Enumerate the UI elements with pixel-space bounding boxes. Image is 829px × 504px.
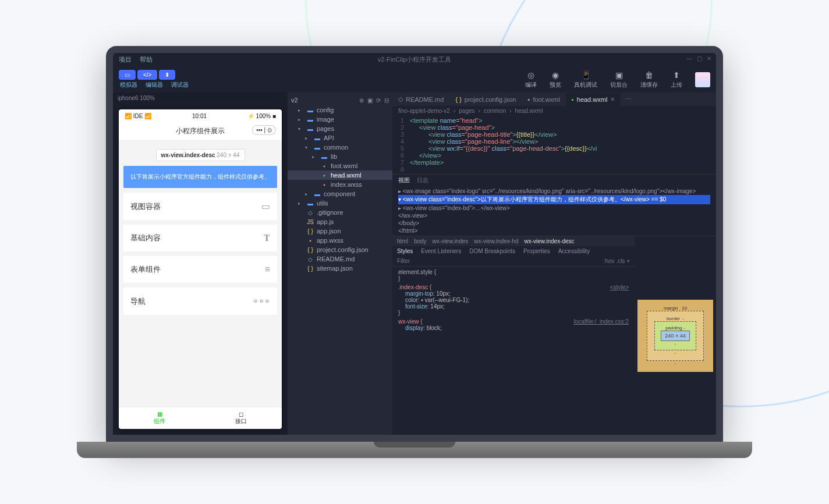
styles-rules[interactable]: element.style { } <style>.index-desc { m… [392, 267, 635, 333]
ide-window: 项目 帮助 v2-FinClip小程序开发工具 — ▢ ✕ ▭ </> ⬍ [113, 53, 716, 435]
container-icon: ▭ [261, 201, 270, 212]
devtools-subtabs: Styles Event Listeners DOM Breakpoints P… [392, 246, 635, 256]
dom-tab-log[interactable]: 日志 [417, 176, 428, 184]
user-avatar[interactable] [695, 72, 710, 87]
menu-help[interactable]: 帮助 [140, 55, 153, 64]
phone-status-left: 📶 IDE 📶 [125, 113, 151, 119]
laptop-frame: 项目 帮助 v2-FinClip小程序开发工具 — ▢ ✕ ▭ </> ⬍ [106, 46, 723, 458]
tree-file[interactable]: ▪foot.wxml [288, 161, 392, 171]
toolbar-background[interactable]: ▣切后台 [610, 70, 628, 89]
mode-debugger[interactable]: ⬍ [159, 70, 175, 80]
highlighted-element[interactable]: 以下将展示小程序官方组件能力，组件样式仅供参考。 [123, 166, 277, 188]
phone-page-title: 小程序组件展示 [176, 127, 225, 135]
toolbar-remote-debug[interactable]: 📱真机调试 [574, 70, 597, 89]
close-icon[interactable]: ✕ [610, 96, 615, 102]
tree-file[interactable]: ▪app.wxss [288, 236, 392, 245]
phone-status-time: 10:01 [192, 113, 207, 119]
filter-toggles[interactable]: :hov .cls + [604, 258, 630, 264]
mode-debugger-label: 调试器 [171, 81, 189, 89]
tab-foot[interactable]: ▪ foot.wxml [522, 93, 565, 106]
tab-project-config[interactable]: { } project.config.json [449, 93, 522, 106]
tree-file[interactable]: ◇.gitignore [288, 208, 392, 217]
phone-tab-component[interactable]: ▦组件 [119, 407, 200, 429]
form-icon: ≡ [265, 264, 270, 275]
file-explorer: v2 ⊕ ▣ ⟳ ⊟ ▸▬config ▸▬image ▾▬pages ▸▬AP… [288, 93, 392, 435]
window-minimize[interactable]: — [686, 55, 692, 62]
list-item[interactable]: 导航∘∘∘ [123, 288, 277, 315]
new-file-icon[interactable]: ⊕ [359, 97, 364, 104]
phone-status-right: ⚡ 100% ■ [247, 113, 276, 119]
toolbar-preview[interactable]: ◉预览 [550, 70, 561, 89]
subtab-styles[interactable]: Styles [397, 248, 413, 254]
subtab-dom-breakpoints[interactable]: DOM Breakpoints [469, 248, 515, 254]
simulator-device-info: iphone6 100% [113, 93, 288, 104]
code-editor[interactable]: 1<template name="head"> 2<view class="pa… [392, 116, 716, 174]
tree-file[interactable]: ▪head.wxml [288, 171, 392, 180]
nav-icon: ∘∘∘ [253, 296, 270, 307]
dom-tab-view[interactable]: 视图 [398, 176, 410, 184]
tabs-overflow[interactable]: ⋯ [621, 93, 636, 105]
editor-area: ◇ README.md { } project.config.json ▪ fo… [392, 93, 716, 435]
inspect-tooltip: wx-view.index-desc 240 × 44 [156, 149, 245, 161]
mode-editor[interactable]: </> [137, 70, 157, 80]
tree-folder[interactable]: ▸▬API [288, 133, 392, 143]
phone-capsule[interactable]: ••• | ⊙ [252, 125, 276, 135]
tree-file[interactable]: JSapp.js [288, 217, 392, 226]
dom-tree[interactable]: ▸ <wx-image class="index-logo" src="../r… [392, 186, 716, 236]
list-item[interactable]: 基础内容𝐓 [123, 225, 277, 251]
mode-simulator-label: 模拟器 [120, 81, 137, 89]
tree-folder[interactable]: ▸▬utils [288, 198, 392, 208]
tree-folder[interactable]: ▾▬pages [288, 124, 392, 133]
dom-inspector: 视图 日志 ▸ <wx-image class="index-logo" src… [392, 174, 716, 236]
tree-file[interactable]: { }sitemap.json [288, 264, 392, 273]
window-close[interactable]: ✕ [707, 55, 711, 62]
toolbar-upload[interactable]: ⬆上传 [671, 70, 682, 89]
text-icon: 𝐓 [264, 233, 270, 243]
tree-folder[interactable]: ▾▬common [288, 143, 392, 152]
list-item[interactable]: 表单组件≡ [123, 256, 277, 283]
tree-file[interactable]: { }project.config.json [288, 245, 392, 254]
window-title: v2-FinClip小程序开发工具 [378, 55, 452, 64]
mode-editor-label: 编辑器 [146, 81, 163, 89]
tree-file[interactable]: ▪index.wxss [288, 180, 392, 189]
toolbar: ▭ </> ⬍ 模拟器 编辑器 调试器 ◎编译 ◉预览 📱真机调试 ▣切后台 [113, 66, 716, 93]
devtools-panel: htmlbodywx-view.indexwx-view.index-hdwx-… [392, 236, 716, 435]
tab-head[interactable]: ▪ head.wxml✕ [566, 93, 621, 106]
tree-folder[interactable]: ▸▬lib [288, 152, 392, 161]
menubar: 项目 帮助 v2-FinClip小程序开发工具 — ▢ ✕ [113, 53, 716, 66]
refresh-icon[interactable]: ⟳ [376, 97, 381, 104]
phone-tab-api[interactable]: ◻接口 [200, 407, 282, 429]
tree-folder[interactable]: ▸▬config [288, 105, 392, 115]
mode-simulator[interactable]: ▭ [119, 70, 136, 80]
tree-file[interactable]: ◇README.md [288, 254, 392, 264]
menu-project[interactable]: 项目 [119, 55, 132, 64]
simulator-panel: iphone6 100% 📶 IDE 📶 10:01 ⚡ 100% ■ 小程序组… [113, 93, 288, 435]
new-folder-icon[interactable]: ▣ [367, 97, 373, 104]
subtab-accessibility[interactable]: Accessibility [558, 248, 590, 254]
tab-readme[interactable]: ◇ README.md [392, 93, 449, 106]
tree-folder[interactable]: ▸▬image [288, 115, 392, 124]
explorer-root[interactable]: v2 [291, 97, 298, 104]
collapse-icon[interactable]: ⊟ [384, 97, 389, 104]
list-item[interactable]: 视图容器▭ [123, 193, 277, 220]
tree-file[interactable]: { }app.json [288, 226, 392, 236]
filter-input[interactable]: Filter [397, 258, 410, 264]
editor-tabs: ◇ README.md { } project.config.json ▪ fo… [392, 93, 716, 106]
toolbar-clear-cache[interactable]: 🗑清缓存 [640, 70, 658, 89]
box-model: margin 10 border - padding - 240 × 44 - … [635, 236, 716, 435]
element-crumbs[interactable]: htmlbodywx-view.indexwx-view.index-hdwx-… [392, 236, 635, 246]
subtab-event-listeners[interactable]: Event Listeners [421, 248, 461, 254]
subtab-properties[interactable]: Properties [523, 248, 550, 254]
phone-preview: 📶 IDE 📶 10:01 ⚡ 100% ■ 小程序组件展示 ••• | ⊙ w [119, 109, 282, 429]
tree-folder[interactable]: ▸▬component [288, 189, 392, 198]
toolbar-compile[interactable]: ◎编译 [525, 70, 537, 89]
window-maximize[interactable]: ▢ [697, 55, 702, 62]
breadcrumb: fino-applet-demo-v2 › pages › common › h… [392, 106, 716, 116]
